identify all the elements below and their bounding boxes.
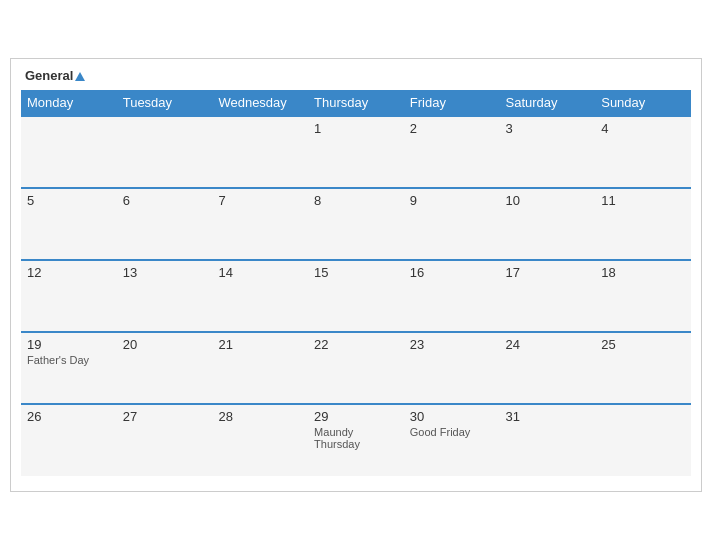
- day-cell: 23: [404, 332, 500, 404]
- day-number: 31: [506, 409, 590, 424]
- day-cell: 11: [595, 188, 691, 260]
- day-cell: 1: [308, 116, 404, 188]
- day-number: 3: [506, 121, 590, 136]
- day-number: 2: [410, 121, 494, 136]
- day-cell: 7: [212, 188, 308, 260]
- day-cell: 14: [212, 260, 308, 332]
- weekday-header-tuesday: Tuesday: [117, 90, 213, 116]
- day-number: 6: [123, 193, 207, 208]
- day-number: 19: [27, 337, 111, 352]
- day-cell: 17: [500, 260, 596, 332]
- day-cell: 2: [404, 116, 500, 188]
- day-number: 7: [218, 193, 302, 208]
- day-cell: 15: [308, 260, 404, 332]
- day-cell: 16: [404, 260, 500, 332]
- day-cell: 25: [595, 332, 691, 404]
- weekday-header-sunday: Sunday: [595, 90, 691, 116]
- day-cell: 12: [21, 260, 117, 332]
- day-number: 12: [27, 265, 111, 280]
- day-cell: 21: [212, 332, 308, 404]
- weekday-header-monday: Monday: [21, 90, 117, 116]
- day-number: 21: [218, 337, 302, 352]
- day-number: 5: [27, 193, 111, 208]
- day-number: 29: [314, 409, 398, 424]
- day-cell: 27: [117, 404, 213, 476]
- week-row-2: 12131415161718: [21, 260, 691, 332]
- calendar-container: General MondayTuesdayWednesdayThursdayFr…: [10, 58, 702, 492]
- day-number: 11: [601, 193, 685, 208]
- day-number: 27: [123, 409, 207, 424]
- day-cell: [21, 116, 117, 188]
- day-number: 17: [506, 265, 590, 280]
- day-number: 23: [410, 337, 494, 352]
- day-cell: 22: [308, 332, 404, 404]
- day-cell: [212, 116, 308, 188]
- day-cell: 26: [21, 404, 117, 476]
- day-number: 25: [601, 337, 685, 352]
- week-row-1: 567891011: [21, 188, 691, 260]
- day-cell: [595, 404, 691, 476]
- day-number: 10: [506, 193, 590, 208]
- day-number: 24: [506, 337, 590, 352]
- holiday-label: Father's Day: [27, 354, 111, 366]
- day-cell: 8: [308, 188, 404, 260]
- weekday-header-friday: Friday: [404, 90, 500, 116]
- day-number: 30: [410, 409, 494, 424]
- holiday-label: Maundy Thursday: [314, 426, 398, 450]
- weekday-header-saturday: Saturday: [500, 90, 596, 116]
- day-number: 28: [218, 409, 302, 424]
- calendar-grid: MondayTuesdayWednesdayThursdayFridaySatu…: [21, 90, 691, 476]
- day-cell: 3: [500, 116, 596, 188]
- day-cell: 5: [21, 188, 117, 260]
- day-number: 4: [601, 121, 685, 136]
- day-number: 8: [314, 193, 398, 208]
- day-cell: 29Maundy Thursday: [308, 404, 404, 476]
- day-cell: 20: [117, 332, 213, 404]
- day-cell: 24: [500, 332, 596, 404]
- logo-general-text: General: [25, 69, 85, 82]
- day-number: 22: [314, 337, 398, 352]
- day-cell: 4: [595, 116, 691, 188]
- weekday-header-row: MondayTuesdayWednesdayThursdayFridaySatu…: [21, 90, 691, 116]
- day-cell: 18: [595, 260, 691, 332]
- day-number: 18: [601, 265, 685, 280]
- day-number: 14: [218, 265, 302, 280]
- day-cell: 13: [117, 260, 213, 332]
- weekday-header-wednesday: Wednesday: [212, 90, 308, 116]
- holiday-label: Good Friday: [410, 426, 494, 438]
- day-cell: 31: [500, 404, 596, 476]
- logo-triangle-icon: [75, 72, 85, 81]
- calendar-header: General: [21, 69, 691, 82]
- day-cell: 28: [212, 404, 308, 476]
- day-number: 16: [410, 265, 494, 280]
- day-number: 13: [123, 265, 207, 280]
- day-number: 26: [27, 409, 111, 424]
- logo: General: [25, 69, 85, 82]
- day-cell: 6: [117, 188, 213, 260]
- day-cell: 9: [404, 188, 500, 260]
- week-row-0: 1234: [21, 116, 691, 188]
- week-row-4: 26272829Maundy Thursday30Good Friday31: [21, 404, 691, 476]
- day-cell: 19Father's Day: [21, 332, 117, 404]
- day-number: 1: [314, 121, 398, 136]
- day-number: 15: [314, 265, 398, 280]
- day-cell: 10: [500, 188, 596, 260]
- day-cell: 30Good Friday: [404, 404, 500, 476]
- weekday-header-thursday: Thursday: [308, 90, 404, 116]
- week-row-3: 19Father's Day202122232425: [21, 332, 691, 404]
- day-cell: [117, 116, 213, 188]
- day-number: 20: [123, 337, 207, 352]
- day-number: 9: [410, 193, 494, 208]
